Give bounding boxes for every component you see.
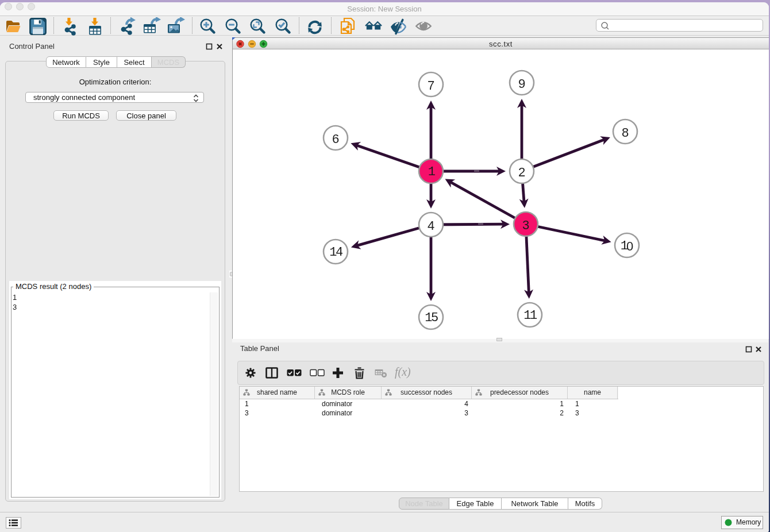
svg-text:2: 2 xyxy=(518,165,525,179)
svg-text:4: 4 xyxy=(428,218,434,233)
svg-text:14: 14 xyxy=(329,245,343,260)
svg-text:9: 9 xyxy=(518,76,525,91)
svg-text:7: 7 xyxy=(428,78,434,92)
svg-text:10: 10 xyxy=(621,239,633,253)
svg-text:11: 11 xyxy=(523,309,537,323)
svg-text:6: 6 xyxy=(332,132,339,146)
svg-text:15: 15 xyxy=(425,311,438,325)
svg-text:8: 8 xyxy=(622,125,629,140)
svg-text:3: 3 xyxy=(522,218,529,232)
